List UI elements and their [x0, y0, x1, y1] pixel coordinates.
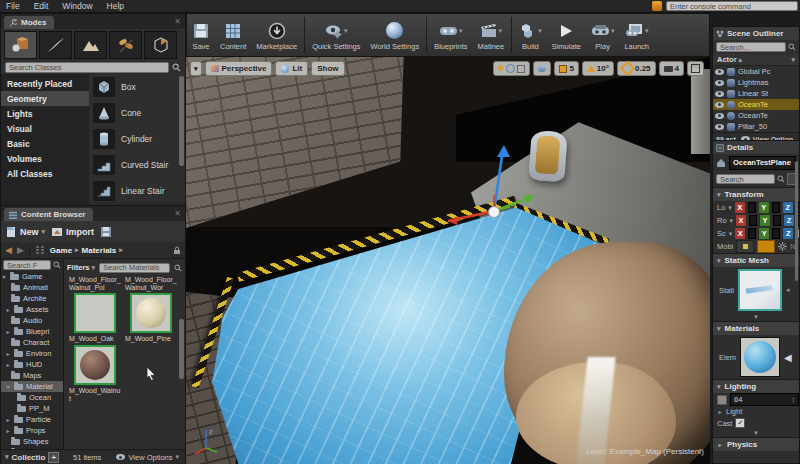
grid-snap-control[interactable]: 5 — [554, 61, 578, 76]
folder-item[interactable]: PP_M — [1, 403, 63, 414]
mode-foliage-button[interactable] — [109, 31, 142, 59]
asset-item[interactable]: M_Wood_Floor_Walnut_Pol — [67, 276, 123, 291]
breadcrumb-materials[interactable]: Materials — [82, 246, 117, 255]
simulate-button[interactable]: Simulate — [547, 15, 586, 55]
category-basic[interactable]: Basic — [1, 136, 89, 151]
mode-landscape-button[interactable] — [74, 31, 107, 59]
details-search-input[interactable] — [716, 174, 775, 184]
collections-toggle[interactable]: ▾Collectio + — [1, 452, 67, 463]
mobility-row[interactable]: Mobi N — [713, 240, 799, 253]
cast-shadow-row[interactable]: Cast ✓ — [713, 417, 799, 429]
outliner-row[interactable]: Linear St — [713, 88, 799, 99]
folder-item[interactable]: Shapes — [1, 436, 63, 447]
folder-item[interactable]: ▸Bluepri — [1, 326, 63, 337]
add-collection-button[interactable]: + — [48, 452, 59, 463]
folder-item[interactable]: Texture — [1, 447, 63, 449]
mobility-static-button[interactable] — [736, 240, 754, 253]
menu-help[interactable]: Help — [107, 1, 124, 11]
folder-item[interactable]: Audio — [1, 315, 63, 326]
search-assets-input[interactable] — [99, 263, 170, 273]
folder-item[interactable]: ▸HUD — [1, 359, 63, 370]
visibility-eye-icon[interactable] — [715, 69, 724, 75]
scale-snap-control[interactable]: 0.25 — [617, 61, 656, 76]
feedback-icon[interactable] — [652, 1, 662, 11]
static-mesh-section-header[interactable]: ▾Static Mesh — [713, 253, 799, 267]
visibility-eye-icon[interactable] — [715, 124, 724, 130]
actor-name-field[interactable]: OceanTestPlane — [729, 156, 796, 170]
outliner-column-header[interactable]: Actor▴ ▾ — [713, 54, 799, 66]
new-asset-button[interactable]: New▾ — [5, 226, 45, 238]
camera-speed-control[interactable]: 4 — [659, 61, 684, 76]
modes-tab[interactable]: Modes — [4, 16, 54, 29]
static-mesh-expander[interactable]: ▾ — [713, 313, 799, 321]
rotation-row[interactable]: Ro▾ X Y Z — [713, 214, 799, 227]
scale-tool-icon[interactable] — [517, 65, 525, 73]
show-button[interactable]: Show — [311, 61, 344, 76]
close-icon[interactable]: ✕ — [174, 209, 181, 218]
matinee-button[interactable]: ▾ Matinee — [473, 15, 510, 55]
category-all-classes[interactable]: All Classes — [1, 166, 89, 181]
outliner-row-selected[interactable]: OceanTe — [713, 99, 799, 110]
save-all-icon[interactable] — [100, 226, 112, 238]
blueprints-button[interactable]: ▾ Blueprints — [429, 15, 472, 55]
primitive-box[interactable]: Box — [89, 74, 185, 100]
asset-item-pine[interactable]: M_Wood_Pine — [123, 291, 179, 343]
category-volumes[interactable]: Volumes — [1, 151, 89, 166]
breadcrumb-game[interactable]: Game — [50, 246, 72, 255]
primitive-cylinder[interactable]: Cylinder — [89, 126, 185, 152]
filters-button[interactable]: Filters▾ — [67, 263, 95, 272]
assets-scrollbar[interactable] — [179, 319, 184, 379]
quick-settings-button[interactable]: ▾ Quick Settings — [307, 15, 365, 55]
outliner-filter-icon[interactable]: ▾ — [791, 56, 795, 64]
lightmass-row[interactable]: ▸Light — [713, 406, 799, 417]
folder-item[interactable]: ▸Props — [1, 425, 63, 436]
rotation-snap-control[interactable]: 10° — [582, 61, 614, 76]
build-button[interactable]: ▾ Build — [514, 15, 547, 55]
asset-item-oak[interactable]: M_Wood_Oak — [67, 291, 123, 343]
scale-row[interactable]: Sc▾ X Y Z — [713, 227, 799, 240]
gear-icon[interactable] — [778, 242, 787, 251]
perspective-button[interactable]: Perspective — [205, 61, 273, 76]
folder-item-materials[interactable]: ▾Material — [1, 381, 63, 392]
maximize-viewport-button[interactable] — [687, 61, 704, 76]
primitive-curved-stair[interactable]: Curved Stair — [89, 152, 185, 178]
world-settings-button[interactable]: World Settings — [366, 15, 425, 55]
transform-tools[interactable]: ✚ — [493, 61, 531, 76]
outliner-search-input[interactable] — [716, 42, 786, 52]
menu-window[interactable]: Window — [62, 1, 92, 11]
asset-item[interactable]: M_Wood_Floor_Walnut_Wor — [123, 276, 179, 291]
menu-file[interactable]: File — [6, 1, 20, 11]
content-button[interactable]: Content — [215, 15, 251, 55]
rotate-tool-icon[interactable] — [506, 64, 515, 73]
view-options-button[interactable]: View Options▾ — [116, 453, 185, 462]
move-tool-icon[interactable]: ✚ — [498, 64, 505, 73]
translate-gizmo[interactable] — [434, 143, 546, 231]
outliner-row[interactable]: Lightmas — [713, 77, 799, 88]
lighting-expander[interactable]: ▾ — [713, 429, 799, 437]
materials-section-header[interactable]: ▾Materials — [713, 321, 799, 335]
category-geometry[interactable]: Geometry — [1, 91, 89, 106]
browse-left-icon[interactable]: ◂ — [786, 286, 790, 294]
save-button[interactable]: Save — [187, 15, 215, 55]
path-tree-icon[interactable] — [35, 246, 45, 255]
close-icon[interactable]: ✕ — [174, 17, 181, 26]
lighting-section-header[interactable]: ▾Lighting — [713, 379, 799, 393]
lit-button[interactable]: Lit — [275, 61, 308, 76]
folder-item[interactable]: Archite — [1, 293, 63, 304]
outliner-row[interactable]: Pillar_50 — [713, 121, 799, 132]
visibility-eye-icon[interactable] — [715, 102, 724, 108]
menu-edit[interactable]: Edit — [34, 1, 49, 11]
category-recently-placed[interactable]: Recently Placed — [1, 76, 89, 91]
folder-item[interactable]: ▸Particle — [1, 414, 63, 425]
location-row[interactable]: Lo▾ X Y Z — [713, 201, 799, 214]
light-resolution-field[interactable]: 64↕ — [730, 393, 799, 406]
asset-item-walnut[interactable]: M_Wood_Walnut — [67, 343, 123, 402]
outliner-row[interactable]: OceanTe — [713, 110, 799, 121]
mode-place-button[interactable] — [4, 31, 37, 59]
content-browser-tab[interactable]: Content Browser — [4, 208, 93, 221]
static-mesh-thumbnail[interactable] — [738, 269, 782, 311]
details-scrollbar[interactable] — [795, 161, 798, 281]
marketplace-button[interactable]: Marketplace — [251, 15, 302, 55]
outliner-row[interactable]: Global Pc — [713, 66, 799, 77]
folder-item[interactable]: Maps — [1, 370, 63, 381]
